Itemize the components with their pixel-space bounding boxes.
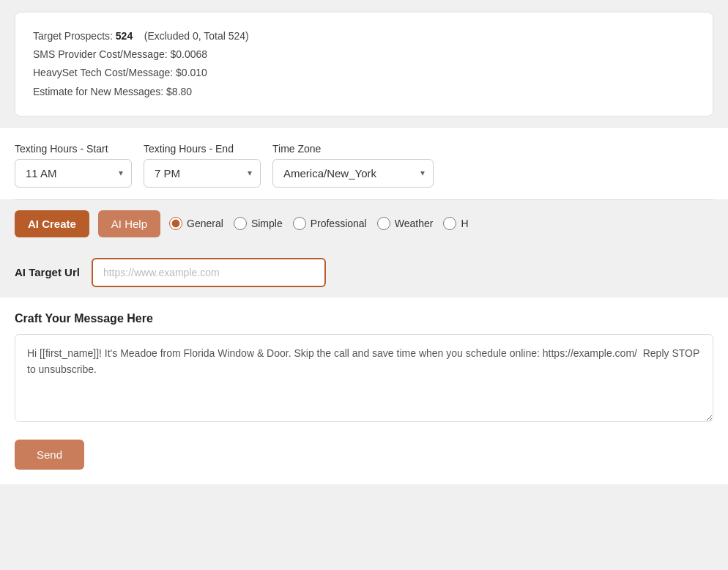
sms-cost-label: SMS Provider Cost/Message:	[33, 48, 168, 60]
radio-simple-input[interactable]	[234, 217, 247, 230]
radio-weather-input[interactable]	[377, 217, 390, 230]
heavyset-cost-line: HeavySet Tech Cost/Message: $0.010	[33, 64, 695, 82]
end-time-select[interactable]: 5 PM 6 PM 7 PM 8 PM 9 PM	[144, 159, 261, 188]
ai-target-row: AI Target Url	[0, 248, 728, 297]
radio-general[interactable]: General	[169, 217, 223, 230]
excluded-total: (Excluded 0, Total 524)	[144, 30, 249, 42]
start-time-select[interactable]: 8 AM 9 AM 10 AM 11 AM 12 PM 1 PM 2 PM	[15, 159, 132, 188]
radio-weather-label: Weather	[395, 218, 434, 229]
radio-h-label: H	[461, 218, 468, 229]
ai-create-button[interactable]: AI Create	[15, 210, 89, 237]
ai-target-input[interactable]	[92, 258, 326, 287]
sms-cost-line: SMS Provider Cost/Message: $0.0068	[33, 45, 695, 64]
ai-help-button[interactable]: AI Help	[98, 210, 160, 237]
radio-general-input[interactable]	[169, 217, 182, 230]
heavyset-cost-label: HeavySet Tech Cost/Message:	[33, 67, 173, 78]
start-time-select-wrapper: 8 AM 9 AM 10 AM 11 AM 12 PM 1 PM 2 PM ▾	[15, 159, 132, 188]
bottom-actions: Send	[0, 425, 728, 484]
craft-section: Craft Your Message Here Hi [[first_name]…	[0, 297, 728, 425]
end-time-label: Texting Hours - End	[144, 143, 261, 155]
radio-h-input[interactable]	[443, 217, 456, 230]
message-textarea[interactable]: Hi [[first_name]]! It's Meadoe from Flor…	[15, 334, 713, 422]
end-time-group: Texting Hours - End 5 PM 6 PM 7 PM 8 PM …	[144, 143, 261, 188]
timezone-label: Time Zone	[272, 143, 434, 155]
send-button[interactable]: Send	[15, 440, 84, 470]
timezone-group: Time Zone America/New_York America/Chica…	[272, 143, 434, 188]
estimate-line: Estimate for New Messages: $8.80	[33, 83, 695, 101]
timezone-select[interactable]: America/New_York America/Chicago America…	[272, 159, 434, 188]
heavyset-cost-value: $0.010	[176, 67, 207, 78]
target-prospects-value: 524	[116, 30, 133, 42]
radio-simple-label: Simple	[251, 218, 283, 229]
radio-h[interactable]: H	[443, 217, 468, 230]
radio-simple[interactable]: Simple	[234, 217, 283, 230]
ai-target-label: AI Target Url	[15, 266, 80, 278]
radio-weather[interactable]: Weather	[377, 217, 434, 230]
radio-professional-label: Professional	[311, 218, 367, 229]
estimate-value: $8.80	[166, 86, 192, 97]
end-time-select-wrapper: 5 PM 6 PM 7 PM 8 PM 9 PM ▾	[144, 159, 261, 188]
radio-professional-input[interactable]	[293, 217, 306, 230]
radio-professional[interactable]: Professional	[293, 217, 367, 230]
estimate-label: Estimate for New Messages:	[33, 86, 163, 97]
tone-radio-group: General Simple Professional Weather H	[169, 217, 468, 230]
sms-cost-value: $0.0068	[171, 48, 208, 60]
texting-hours-row: Texting Hours - Start 8 AM 9 AM 10 AM 11…	[0, 128, 728, 199]
stats-card: Target Prospects: 524 (Excluded 0, Total…	[15, 12, 713, 116]
radio-general-label: General	[187, 218, 223, 229]
page-wrapper: Target Prospects: 524 (Excluded 0, Total…	[0, 12, 728, 484]
timezone-select-wrapper: America/New_York America/Chicago America…	[272, 159, 434, 188]
start-time-label: Texting Hours - Start	[15, 143, 132, 155]
target-prospects-line: Target Prospects: 524 (Excluded 0, Total…	[33, 27, 695, 45]
start-time-group: Texting Hours - Start 8 AM 9 AM 10 AM 11…	[15, 143, 132, 188]
craft-title: Craft Your Message Here	[15, 312, 713, 325]
target-prospects-label: Target Prospects:	[33, 30, 113, 42]
ai-toolbar: AI Create AI Help General Simple Profess…	[0, 200, 728, 248]
